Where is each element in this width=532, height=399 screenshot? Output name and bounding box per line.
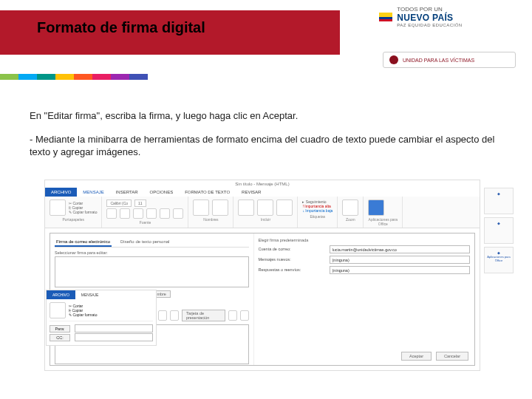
gov-logo: TODOS POR UN NUEVO PAÍS PAZ EQUIDAD EDUC… [379,6,516,27]
low-importance-button[interactable]: ↓ Importancia baja [302,208,332,213]
reply-select[interactable]: (ninguna) [330,266,470,274]
mini-outlook-window: ARCHIVO MENSAJE ✂ Cortar ⎘ Copiar ✎ Copi… [46,290,157,346]
window-title: Sin título - Mensaje (HTML) [45,180,480,188]
paste-icon[interactable] [50,200,66,216]
side-card-2[interactable]: ◆ [484,217,514,244]
victimas-icon [389,55,398,64]
page-title: Formato de firma digital [37,19,205,36]
reply-label: Respuestas o reenvíos: [259,267,325,272]
instruction-p2: - Mediante la minibarra de herramientas … [30,133,502,159]
copy-format-button[interactable]: ✎ Copiar formato [69,210,97,214]
cancel-button[interactable]: Cancelar [436,352,468,361]
italic-icon[interactable] [120,208,130,219]
newmsg-label: Mensajes nuevos: [259,257,325,262]
logo-line1: TODOS POR UN [397,6,462,13]
ribbon-tabs: ARCHIVO MENSAJE INSERTAR OPCIONES FORMAT… [45,188,480,197]
group-label-apps: Aplicaciones para Office [368,217,398,226]
zoom-icon[interactable] [342,200,358,216]
bullet-icon[interactable] [160,208,170,219]
link-icon[interactable] [240,310,249,321]
align-icon[interactable] [173,208,183,219]
group-label-names: Nombres [193,217,228,222]
ribbon-group-names: Nombres [188,197,233,228]
side-card-1[interactable]: ◆ [484,188,514,214]
default-sig-heading: Elegir firma predeterminada [259,238,470,242]
victimas-badge: UNIDAD PARA LAS VÍCTIMAS [383,52,516,68]
addressbook-icon[interactable] [193,200,209,216]
tab-archivo[interactable]: ARCHIVO [45,188,77,197]
signature-icon[interactable] [276,200,293,216]
mini-para[interactable]: Para: [50,325,70,332]
account-label: Cuenta de correo: [259,247,325,251]
tab-opciones[interactable]: OPCIONES [143,188,179,197]
dialog-tabs: Firma de correo electrónico Diseño de te… [55,238,249,248]
bold-icon[interactable] [106,208,117,219]
apps-icon[interactable] [368,200,384,216]
tab-formato[interactable]: FORMATO DE TEXTO [179,188,236,197]
font-name-select[interactable]: Calibri (Co [106,200,132,207]
ribbon-group-font: Calibri (Co 11 Fuente [102,197,188,228]
side-card-apps[interactable]: ◆Aplicaciones para Office [484,247,514,273]
logo-line2: NUEVO PAÍS [397,13,462,23]
instruction-p1: En "Editar firma", escriba la firma, y l… [30,109,502,123]
rainbow-stripe [0,74,148,80]
dlg-tab-stationery[interactable]: Diseño de texto personal [119,238,171,247]
mini-tab-archivo[interactable]: ARCHIVO [47,290,75,299]
colombia-flag-icon [379,13,392,21]
victimas-text: UNIDAD PARA LAS VÍCTIMAS [403,58,474,63]
side-apps-strip: ◆ ◆ ◆Aplicaciones para Office [484,188,514,276]
mini-cc[interactable]: CC: [50,334,70,341]
mini-paste-icon[interactable] [50,302,66,318]
group-label-font: Fuente [106,220,183,225]
dlg-tab-email-sig[interactable]: Firma de correo electrónico [55,238,112,247]
ribbon: ✂ Cortar ⎘ Copiar ✎ Copiar formato Porta… [45,197,480,228]
group-label-tags: Etiquetas [302,214,332,219]
select-sig-label: Seleccionar firma para editar: [55,250,249,255]
align-right-icon[interactable] [170,310,179,321]
ribbon-group-clipboard: ✂ Cortar ⎘ Copiar ✎ Copiar formato Porta… [45,197,102,228]
color-icon[interactable] [146,208,157,219]
font-size-select[interactable]: 11 [134,200,146,207]
slide-header: Formato de firma digital TODOS POR UN NU… [0,0,532,81]
ribbon-group-zoom: Zoom [338,197,364,228]
attach-item-icon[interactable] [257,200,273,216]
bizcard-button[interactable]: Tarjeta de presentación [182,310,225,321]
tab-revisar[interactable]: REVISAR [236,188,267,197]
ribbon-group-tags: ▸ Seguimiento ! Importancia alta ↓ Impor… [298,197,338,228]
tab-insertar[interactable]: INSERTAR [110,188,144,197]
align-center-icon[interactable] [158,310,167,321]
image-icon[interactable] [228,310,237,321]
ok-button[interactable]: Aceptar [401,352,432,361]
account-select[interactable]: lucia.martin@unidadvictimas.gov.co [330,245,470,253]
group-label-include: Incluir [238,217,293,222]
newmsg-select[interactable]: (ninguna) [330,256,470,264]
ribbon-group-apps: Aplicaciones para Office [364,197,403,228]
instruction-block: En "Editar firma", escriba la firma, y l… [0,81,532,177]
group-label-clipboard: Portapapeles [50,217,97,222]
mini-copyfmt[interactable]: ✎ Copiar formato [69,313,97,317]
underline-icon[interactable] [133,208,143,219]
group-label-zoom: Zoom [342,217,358,222]
attach-file-icon[interactable] [238,200,254,216]
ribbon-group-include: Incluir [233,197,298,228]
mini-para-input[interactable] [75,324,153,332]
signatures-listbox[interactable] [55,256,249,287]
mini-cc-input[interactable] [75,333,153,341]
checknames-icon[interactable] [212,200,228,216]
mini-tab-mensaje[interactable]: MENSAJE [75,290,105,299]
tab-mensaje[interactable]: MENSAJE [77,188,109,197]
logo-sub: PAZ EQUIDAD EDUCACIÓN [397,23,462,27]
